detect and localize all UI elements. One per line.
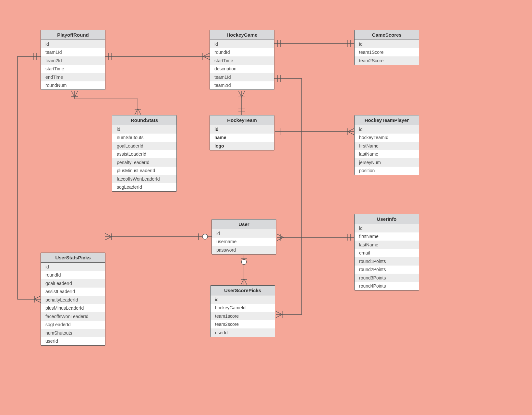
field: team2Score [355,56,419,65]
entity-hockey-team: HockeyTeam id name logo [210,115,274,150]
field: lastName [355,150,419,159]
field: sogLeaderId [112,183,176,192]
entity-user-info: UserInfo id firstName lastName email rou… [354,214,419,290]
field: team1Id [210,73,274,81]
entity-title: HockeyGame [210,30,274,40]
field: id [355,125,419,134]
field: penaltyLeaderId [112,158,176,167]
field: roundId [210,48,274,57]
entity-title: HockeyTeam [210,115,274,125]
field: plusMinusLeaderId [112,167,176,175]
field: name [210,134,274,142]
field: position [355,167,419,175]
field: email [355,249,419,257]
field: penaltyLeaderId [41,296,105,304]
svg-point-27 [241,259,247,265]
field: userId [211,328,275,337]
field: id [212,229,276,238]
field: hockeyTeamId [355,134,419,142]
entity-title: HockeyTeamPlayer [355,115,419,125]
entity-title: RoundStats [112,115,176,125]
field: team1Score [355,48,419,57]
field: assistLeaderId [41,288,105,296]
field: team2score [211,320,275,329]
field: team2Id [41,56,105,65]
field: goalLeaderId [112,142,176,150]
field: goalLeaderId [41,279,105,288]
field: team1score [211,312,275,320]
entity-user-score-picks: UserScorePicks id hockeyGameId team1scor… [210,285,275,337]
field: firstName [355,232,419,241]
field: roundId [41,271,105,279]
field: numShutouts [112,134,176,142]
field: faceoffsWonLeaderId [41,312,105,321]
field: id [355,40,419,48]
field: id [41,40,105,48]
field: id [112,125,176,134]
field: userId [41,337,105,346]
field: roundNum [41,81,105,90]
field: id [41,263,105,271]
field: round4Points [355,282,419,290]
field: round2Points [355,266,419,274]
entity-hockey-game: HockeyGame id roundId startTime descript… [210,30,274,90]
field: sogLeaderId [41,321,105,329]
entity-title: UserScorePicks [211,286,275,295]
entity-title: UserStatsPicks [41,253,105,263]
field: id [355,224,419,232]
field: faceoffsWonLeaderId [112,175,176,183]
field: password [212,246,276,254]
entity-hockey-team-player: HockeyTeamPlayer id hockeyTeamId firstNa… [354,115,419,175]
entity-playoff-round: PlayoffRound id team1Id team2Id startTim… [41,30,105,90]
field: lastName [355,241,419,249]
entity-user-stats-picks: UserStatsPicks id roundId goalLeaderId a… [41,253,105,346]
field: team2Id [210,81,274,90]
field: id [211,295,275,304]
field: username [212,238,276,246]
entity-round-stats: RoundStats id numShutouts goalLeaderId a… [112,115,177,192]
field: round1Points [355,257,419,266]
field: id [210,125,274,134]
field: assistLeaderId [112,150,176,159]
entity-title: PlayoffRound [41,30,105,40]
entity-title: GameScores [355,30,419,40]
er-diagram-canvas: PlayoffRound id team1Id team2Id startTim… [0,0,532,415]
field: endTime [41,73,105,81]
field: id [210,40,274,48]
field: jerseyNum [355,158,419,167]
entity-title: UserInfo [355,214,419,224]
field: startTime [210,56,274,65]
entity-user: User id username password [212,219,276,255]
field: round3Points [355,274,419,282]
entity-game-scores: GameScores id team1Score team2Score [354,30,419,65]
field: logo [210,142,274,150]
field: numShutouts [41,329,105,337]
field: description [210,65,274,73]
field: team1Id [41,48,105,57]
entity-title: User [212,219,276,229]
field: firstName [355,142,419,150]
field: startTime [41,65,105,73]
svg-point-23 [202,234,208,239]
field: plusMinusLeaderId [41,304,105,313]
field: hockeyGameId [211,304,275,312]
